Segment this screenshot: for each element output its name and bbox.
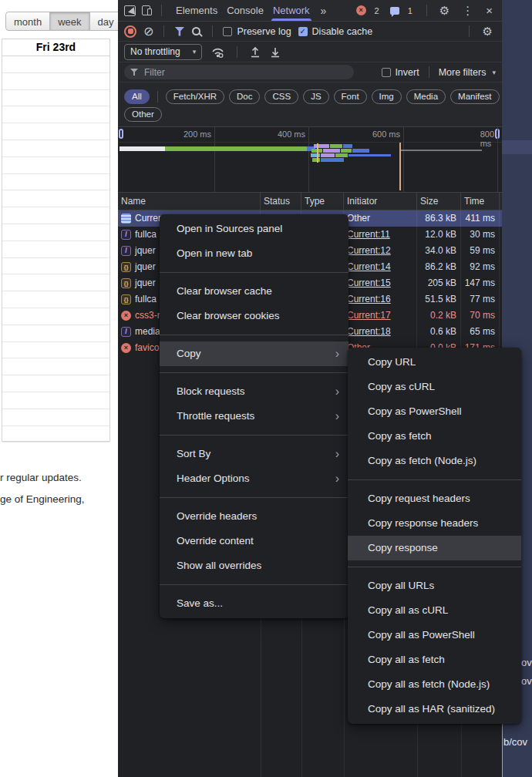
more-filters-button[interactable]: More filters: [439, 67, 487, 78]
column-header-size[interactable]: Size: [417, 193, 461, 210]
network-overview-timeline[interactable]: 200 ms400 ms600 ms800 ms: [118, 127, 502, 193]
filter-chip-doc[interactable]: Doc: [229, 89, 260, 104]
filter-input[interactable]: [143, 66, 348, 79]
disable-cache-label[interactable]: Disable cache: [312, 26, 373, 37]
filter-chip-font[interactable]: Font: [334, 89, 367, 104]
throttling-select[interactable]: No throttling ▾: [124, 44, 202, 60]
message-bubble-icon[interactable]: [390, 7, 399, 15]
preserve-log-label[interactable]: Preserve log: [237, 26, 291, 37]
overview-gridline: [403, 127, 404, 192]
submenu-item-copy-all-as-fetch[interactable]: Copy all as fetch: [348, 648, 521, 672]
settings-gear-icon[interactable]: ⚙: [436, 4, 453, 18]
calendar-view-button-month[interactable]: month: [5, 12, 50, 31]
throttling-bar: No throttling ▾: [118, 42, 502, 62]
network-conditions-icon[interactable]: [211, 46, 224, 58]
menu-item-clear-browser-cookies[interactable]: Clear browser cookies: [160, 304, 348, 328]
tab-console[interactable]: Console: [222, 0, 268, 21]
tab-network[interactable]: Network: [268, 0, 315, 21]
menu-item-sort-by[interactable]: Sort By›: [160, 442, 348, 466]
column-header-type[interactable]: Type: [301, 193, 344, 210]
initiator-link[interactable]: Current:18: [347, 326, 391, 337]
menu-item-override-headers[interactable]: Override headers: [160, 504, 348, 529]
submenu-item-copy-as-curl[interactable]: Copy as cURL: [348, 375, 521, 399]
filter-chip-all[interactable]: All: [124, 89, 150, 104]
filter-chip-css[interactable]: CSS: [264, 89, 298, 104]
more-tabs-icon[interactable]: »: [321, 5, 327, 17]
menu-item-header-options[interactable]: Header Options›: [160, 466, 348, 491]
filter-chip-img[interactable]: Img: [372, 89, 402, 104]
menu-item-throttle-requests[interactable]: Throttle requests›: [160, 404, 348, 429]
calendar-view-switcher: monthweekday: [5, 12, 122, 31]
submenu-item-copy-all-urls[interactable]: Copy all URLs: [348, 574, 521, 598]
tab-elements[interactable]: Elements: [171, 0, 222, 21]
initiator-link[interactable]: Current:11: [347, 229, 390, 240]
column-header-status[interactable]: Status: [261, 193, 301, 210]
calendar-slot: [2, 426, 109, 443]
device-toolbar-icon[interactable]: [142, 5, 152, 15]
request-initiator: Current:18: [344, 324, 417, 340]
request-size: 86.2 kB: [417, 259, 461, 275]
error-count[interactable]: 2: [375, 6, 379, 15]
menu-item-block-requests[interactable]: Block requests›: [160, 379, 348, 404]
record-icon[interactable]: [124, 25, 136, 38]
menu-item-open-in-new-tab[interactable]: Open in new tab: [160, 241, 348, 266]
initiator-link[interactable]: Current:15: [347, 278, 391, 288]
submenu-item-copy-all-as-powershell[interactable]: Copy all as PowerShell: [348, 623, 521, 648]
error-badge-icon[interactable]: ×: [356, 5, 366, 15]
filter-toggle-icon[interactable]: [174, 27, 184, 36]
submenu-item-copy-as-fetch[interactable]: Copy as fetch: [348, 424, 521, 449]
clear-icon[interactable]: ⊘: [143, 25, 153, 38]
menu-item-open-in-sources-panel[interactable]: Open in Sources panel: [160, 217, 348, 241]
stylesheet-icon: {}: [121, 278, 131, 288]
submenu-item-copy-all-as-curl[interactable]: Copy all as cURL: [348, 598, 521, 623]
filter-chip-media[interactable]: Media: [406, 89, 446, 104]
submenu-item-copy-request-headers[interactable]: Copy request headers: [348, 486, 521, 511]
message-count[interactable]: 1: [408, 6, 412, 15]
filter-chip-other[interactable]: Other: [124, 107, 162, 122]
filter-field[interactable]: [124, 65, 354, 79]
close-icon[interactable]: ×: [483, 4, 496, 17]
network-settings-gear-icon[interactable]: ⚙: [480, 25, 496, 39]
column-header-initiator[interactable]: Initiator: [344, 193, 417, 210]
submenu-item-copy-url[interactable]: Copy URL: [348, 350, 521, 375]
column-header-name[interactable]: Name: [118, 193, 261, 210]
submenu-item-copy-as-powershell[interactable]: Copy as PowerShell: [348, 399, 521, 424]
search-icon[interactable]: [191, 26, 202, 37]
preserve-log-checkbox[interactable]: [223, 27, 232, 36]
submenu-item-copy-all-as-har-sanitized[interactable]: Copy all as HAR (sanitized): [348, 697, 521, 722]
submenu-item-copy-response[interactable]: Copy response: [348, 536, 521, 560]
menu-item-show-all-overrides[interactable]: Show all overrides: [160, 553, 348, 578]
submenu-item-copy-as-fetch-node-js[interactable]: Copy as fetch (Node.js): [348, 449, 521, 473]
caret-down-icon[interactable]: ▾: [492, 69, 496, 76]
export-har-icon[interactable]: [270, 46, 281, 58]
menu-item-save-as[interactable]: Save as...: [160, 591, 348, 616]
inspect-icon[interactable]: [124, 5, 136, 16]
calendar-slot: [2, 375, 109, 392]
calendar-view-button-week[interactable]: week: [49, 12, 89, 31]
invert-checkbox[interactable]: [382, 68, 391, 77]
request-size: 86.3 kB: [417, 210, 461, 227]
request-time: 70 ms: [461, 308, 500, 324]
menu-item-label: Copy response headers: [368, 511, 512, 536]
divider: [237, 46, 237, 58]
filter-chip-manifest[interactable]: Manifest: [450, 89, 499, 104]
menu-item-override-content[interactable]: Override content: [160, 529, 348, 553]
menu-item-copy[interactable]: Copy›: [160, 341, 348, 366]
initiator-link[interactable]: Current:14: [347, 261, 391, 272]
initiator-link[interactable]: Current:12: [347, 245, 391, 256]
kebab-menu-icon[interactable]: ⋮: [459, 4, 476, 18]
overview-left-handle[interactable]: [119, 129, 123, 139]
submenu-item-copy-response-headers[interactable]: Copy response headers: [348, 511, 521, 536]
calendar-slot: [2, 392, 109, 409]
initiator-link[interactable]: Current:17: [347, 310, 391, 321]
disable-cache-checkbox[interactable]: ✓: [298, 27, 308, 36]
column-header-time[interactable]: Time: [461, 193, 500, 210]
invert-label[interactable]: Invert: [395, 67, 419, 78]
filter-chip-js[interactable]: JS: [303, 89, 328, 104]
submenu-item-copy-all-as-fetch-node-js[interactable]: Copy all as fetch (Node.js): [348, 672, 521, 697]
filter-chip-fetch-xhr[interactable]: Fetch/XHR: [166, 89, 224, 104]
import-har-icon[interactable]: [250, 46, 261, 58]
menu-separator: [348, 567, 521, 567]
menu-item-clear-browser-cache[interactable]: Clear browser cache: [160, 279, 348, 304]
initiator-link[interactable]: Current:16: [347, 294, 391, 304]
